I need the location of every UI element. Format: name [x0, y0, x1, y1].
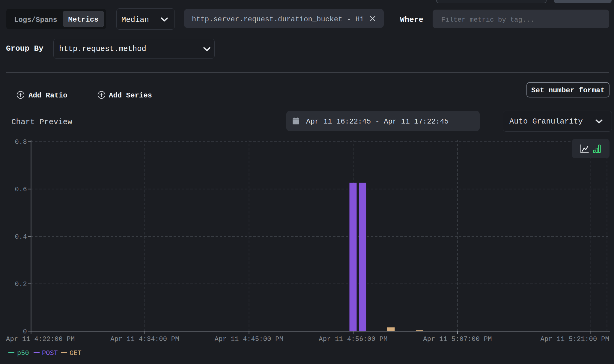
svg-text:Apr 11 4:45:00 PM: Apr 11 4:45:00 PM	[215, 336, 284, 343]
svg-text:0: 0	[23, 328, 27, 336]
svg-text:0.2: 0.2	[15, 281, 27, 288]
svg-text:Apr 11 4:34:00 PM: Apr 11 4:34:00 PM	[110, 336, 179, 343]
svg-text:0.4: 0.4	[15, 233, 27, 241]
svg-text:p50: p50	[17, 350, 29, 357]
svg-text:Apr 11 5:21:00 PM: Apr 11 5:21:00 PM	[540, 336, 609, 343]
svg-text:0.6: 0.6	[15, 186, 27, 193]
svg-text:GET: GET	[70, 350, 82, 357]
svg-text:Apr 11 4:56:00 PM: Apr 11 4:56:00 PM	[319, 336, 388, 343]
svg-text:POST: POST	[42, 350, 58, 357]
svg-text:0.8: 0.8	[15, 139, 27, 146]
svg-text:Apr 11 4:22:00 PM: Apr 11 4:22:00 PM	[6, 336, 75, 343]
svg-text:Apr 11 5:07:00 PM: Apr 11 5:07:00 PM	[423, 336, 492, 343]
